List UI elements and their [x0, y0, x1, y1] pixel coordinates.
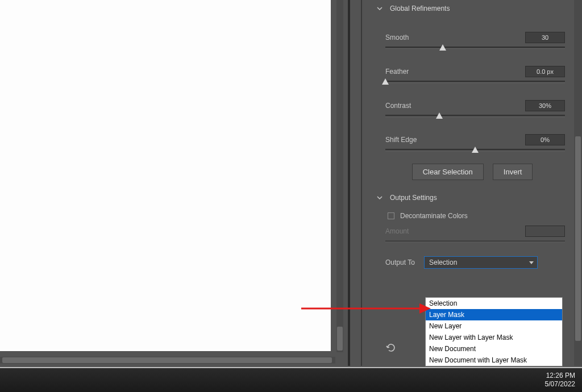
slider-thumb[interactable] — [472, 147, 479, 153]
feather-value[interactable]: 0.0 px — [525, 66, 565, 77]
scrollbar-thumb[interactable] — [2, 357, 332, 363]
scrollbar-thumb[interactable] — [575, 136, 581, 341]
canvas[interactable] — [0, 0, 331, 351]
slider-thumb[interactable] — [439, 44, 446, 51]
contrast-control: Contrast 30% — [385, 100, 565, 117]
shift-edge-control: Shift Edge 0% — [385, 134, 565, 151]
smooth-slider[interactable] — [385, 47, 565, 49]
section-title: Output Settings — [390, 194, 437, 202]
output-to-label: Output To — [385, 258, 424, 266]
amount-control: Amount — [385, 226, 565, 243]
slider-thumb[interactable] — [436, 112, 443, 119]
taskbar[interactable]: 12:26 PM 5/07/2022 — [0, 367, 582, 392]
canvas-area — [0, 0, 343, 366]
dropdown-option[interactable]: New Layer — [426, 320, 562, 332]
feather-label: Feather — [385, 68, 409, 76]
dropdown-option[interactable]: New Layer with Layer Mask — [426, 332, 562, 343]
invert-button[interactable]: Invert — [493, 164, 533, 180]
taskbar-date: 5/07/2022 — [545, 380, 575, 389]
chevron-down-icon — [376, 5, 383, 12]
select-value: Selection — [429, 258, 457, 266]
amount-slider — [385, 240, 565, 243]
amount-label: Amount — [385, 227, 409, 235]
decontaminate-colors-checkbox[interactable]: Decontaminate Colors — [388, 212, 582, 220]
smooth-value[interactable]: 30 — [525, 32, 565, 43]
feather-control: Feather 0.0 px — [385, 66, 565, 83]
feather-slider[interactable] — [385, 81, 565, 83]
smooth-label: Smooth — [385, 34, 409, 41]
canvas-scrollbar-vertical[interactable] — [336, 0, 343, 352]
dropdown-option[interactable]: Selection — [426, 298, 562, 309]
shift-edge-label: Shift Edge — [385, 136, 417, 144]
panel-divider — [361, 0, 362, 366]
dropdown-option[interactable]: New Document — [426, 343, 562, 355]
taskbar-clock[interactable]: 12:26 PM 5/07/2022 — [545, 372, 575, 389]
checkbox-label: Decontaminate Colors — [400, 212, 468, 220]
checkbox-icon[interactable] — [388, 212, 394, 219]
clear-selection-button[interactable]: Clear Selection — [412, 164, 484, 180]
chevron-down-icon — [529, 261, 534, 264]
contrast-slider[interactable] — [385, 115, 565, 117]
shift-edge-slider[interactable] — [385, 149, 565, 151]
dropdown-option[interactable]: New Document with Layer Mask — [426, 355, 562, 366]
reset-button[interactable] — [385, 342, 397, 353]
output-to-select[interactable]: Selection — [424, 256, 538, 269]
scrollbar-thumb[interactable] — [337, 327, 343, 351]
shift-edge-value[interactable]: 0% — [525, 134, 565, 145]
contrast-value[interactable]: 30% — [525, 100, 565, 111]
taskbar-time: 12:26 PM — [545, 372, 575, 380]
panel-divider[interactable] — [348, 0, 350, 366]
section-title: Global Refinements — [390, 5, 450, 12]
smooth-control: Smooth 30 — [385, 32, 565, 49]
global-refinements-header[interactable]: Global Refinements — [363, 0, 582, 17]
panel-scrollbar[interactable] — [574, 0, 582, 366]
canvas-scrollbar-horizontal[interactable] — [0, 357, 335, 364]
contrast-label: Contrast — [385, 102, 411, 110]
output-to-dropdown[interactable]: SelectionLayer MaskNew LayerNew Layer wi… — [425, 297, 563, 366]
chevron-down-icon — [376, 194, 383, 201]
amount-value — [525, 226, 565, 237]
dropdown-option[interactable]: Layer Mask — [426, 309, 562, 320]
slider-thumb[interactable] — [382, 78, 389, 85]
output-settings-header[interactable]: Output Settings — [363, 189, 582, 206]
